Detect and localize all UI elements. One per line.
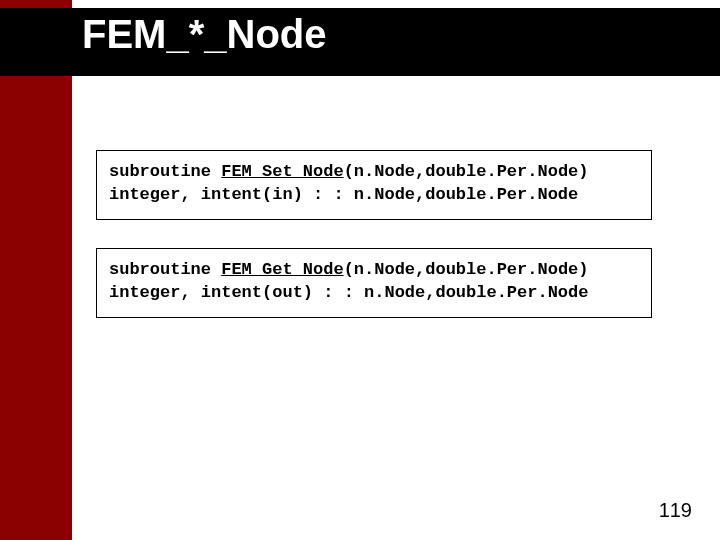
code-line: integer, intent(out) : : n.Node,double.P… bbox=[109, 282, 639, 305]
code-keyword: subroutine bbox=[109, 162, 221, 181]
content-area: subroutine FEM_Set_Node(n.Node,double.Pe… bbox=[96, 150, 652, 346]
code-args: (n.Node,double.Per.Node) bbox=[344, 260, 589, 279]
code-keyword: subroutine bbox=[109, 260, 221, 279]
code-line: integer, intent(in) : : n.Node,double.Pe… bbox=[109, 184, 639, 207]
red-sidebar bbox=[0, 0, 72, 540]
slide-title: FEM_*_Node bbox=[82, 12, 327, 57]
code-args: (n.Node,double.Per.Node) bbox=[344, 162, 589, 181]
code-line: subroutine FEM_Set_Node(n.Node,double.Pe… bbox=[109, 161, 639, 184]
page-number: 119 bbox=[659, 499, 692, 522]
code-subroutine-name: FEM_Get_Node bbox=[221, 260, 343, 279]
code-subroutine-name: FEM_Set_Node bbox=[221, 162, 343, 181]
code-line: subroutine FEM_Get_Node(n.Node,double.Pe… bbox=[109, 259, 639, 282]
code-block-get-node: subroutine FEM_Get_Node(n.Node,double.Pe… bbox=[96, 248, 652, 318]
slide: FEM_*_Node subroutine FEM_Set_Node(n.Nod… bbox=[0, 0, 720, 540]
title-bar: FEM_*_Node bbox=[0, 8, 720, 76]
code-block-set-node: subroutine FEM_Set_Node(n.Node,double.Pe… bbox=[96, 150, 652, 220]
